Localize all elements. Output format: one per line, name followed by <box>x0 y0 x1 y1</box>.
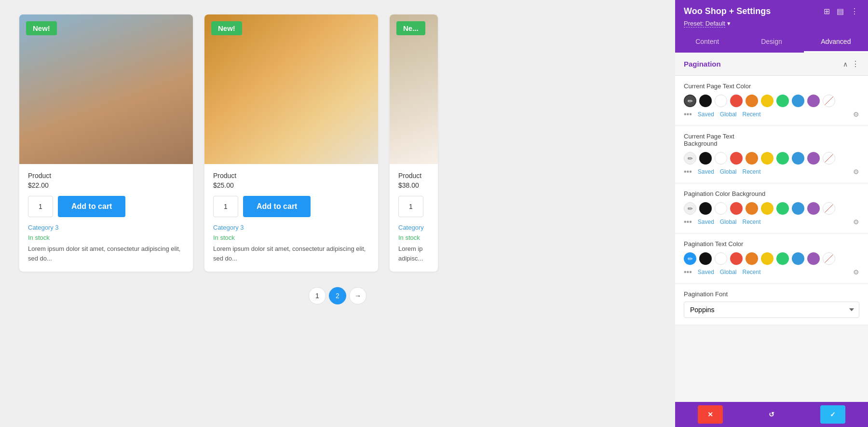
eyedropper-swatch-1[interactable]: ✏ <box>684 152 696 165</box>
product-price-2: $25.00 <box>213 181 369 189</box>
category-link-2[interactable]: Category 3 <box>213 224 369 231</box>
gear-icon-0[interactable]: ⚙ <box>853 110 859 118</box>
swatch-purple-1[interactable] <box>807 152 820 165</box>
saved-link-3[interactable]: Saved <box>698 269 714 275</box>
color-field-current-page-text-bg: Current Page TextBackground ✏ ••• Saved … <box>675 126 868 183</box>
swatch-green-2[interactable] <box>776 202 789 215</box>
swatch-none-3[interactable] <box>823 252 835 265</box>
color-dots-2[interactable]: ••• <box>684 218 692 226</box>
recent-link-2[interactable]: Recent <box>743 219 761 225</box>
panel-icon-screen[interactable]: ⊞ <box>823 6 831 17</box>
tab-advanced[interactable]: Advanced <box>804 32 868 53</box>
swatch-white-3[interactable] <box>715 252 727 265</box>
swatch-blue-3[interactable] <box>792 252 804 265</box>
swatch-black-3[interactable] <box>699 252 712 265</box>
swatch-white-2[interactable] <box>715 202 727 215</box>
toolbar-reset-btn[interactable]: ↺ <box>759 405 784 424</box>
description-2: Lorem ipsum dolor sit amet, consectetur … <box>213 244 369 263</box>
swatch-blue-0[interactable] <box>792 95 804 107</box>
color-field-current-page-text-color: Current Page Text Color ✏ ••• Saved Glob… <box>675 76 868 126</box>
recent-link-0[interactable]: Recent <box>743 111 761 118</box>
global-link-1[interactable]: Global <box>720 168 737 175</box>
panel-icon-more[interactable]: ⋮ <box>850 6 859 17</box>
swatch-green-1[interactable] <box>776 152 789 165</box>
toolbar-save-btn[interactable]: ✓ <box>820 405 845 424</box>
card-image-1: New! <box>19 14 193 164</box>
swatch-red-1[interactable] <box>730 152 743 165</box>
gear-icon-1[interactable]: ⚙ <box>853 168 859 176</box>
swatch-none-1[interactable] <box>823 152 835 165</box>
swatch-yellow-2[interactable] <box>761 202 773 215</box>
add-to-cart-btn-2[interactable]: Add to cart <box>243 196 311 217</box>
recent-link-1[interactable]: Recent <box>743 168 761 175</box>
panel-title-row: Woo Shop + Settings ⊞ ▤ ⋮ <box>684 6 859 17</box>
font-field-pagination: Pagination Font Poppins Roboto Open Sans… <box>675 284 868 325</box>
swatch-orange-2[interactable] <box>746 202 758 215</box>
tab-design[interactable]: Design <box>739 32 803 53</box>
eyedropper-swatch-3[interactable]: ✏ <box>684 252 696 265</box>
swatch-purple-0[interactable] <box>807 95 820 107</box>
swatch-white-1[interactable] <box>715 152 727 165</box>
swatch-red-3[interactable] <box>730 252 743 265</box>
eyedropper-swatch-2[interactable]: ✏ <box>684 202 696 215</box>
preset-row[interactable]: Preset: Default ▾ <box>684 20 859 27</box>
global-link-2[interactable]: Global <box>720 219 737 225</box>
color-actions-0: ••• Saved Global Recent ⚙ <box>684 107 859 124</box>
swatch-yellow-0[interactable] <box>761 95 773 107</box>
swatch-orange-1[interactable] <box>746 152 758 165</box>
swatch-red-2[interactable] <box>730 202 743 215</box>
page-next-arrow[interactable]: → <box>349 287 366 304</box>
section-more-icon[interactable]: ⋮ <box>852 59 859 69</box>
saved-link-0[interactable]: Saved <box>698 111 714 118</box>
card-image-2: New! <box>204 14 378 164</box>
page-1[interactable]: 1 <box>309 287 326 304</box>
color-dots-1[interactable]: ••• <box>684 167 692 176</box>
global-link-0[interactable]: Global <box>720 111 737 118</box>
global-link-3[interactable]: Global <box>720 269 737 275</box>
section-collapse-icon[interactable]: ∧ <box>843 60 848 68</box>
saved-link-2[interactable]: Saved <box>698 219 714 225</box>
toolbar-cancel-btn[interactable]: ✕ <box>698 405 723 424</box>
swatch-yellow-1[interactable] <box>761 152 773 165</box>
swatches-row-3: ✏ <box>684 252 859 265</box>
product-label-1: Product <box>28 172 184 179</box>
color-dots-3[interactable]: ••• <box>684 268 692 276</box>
qty-input-2[interactable] <box>213 196 238 217</box>
panel-icon-columns[interactable]: ▤ <box>836 6 845 17</box>
badge-2: New! <box>211 21 242 35</box>
swatch-orange-3[interactable] <box>746 252 758 265</box>
category-link-1[interactable]: Category 3 <box>28 224 184 231</box>
recent-link-3[interactable]: Recent <box>743 269 761 275</box>
swatch-red-0[interactable] <box>730 95 743 107</box>
swatch-white-0[interactable] <box>715 95 727 107</box>
swatch-black-2[interactable] <box>699 202 712 215</box>
color-dots-0[interactable]: ••• <box>684 110 692 119</box>
font-select-pagination[interactable]: Poppins Roboto Open Sans Lato <box>684 302 859 318</box>
category-link-3[interactable]: Category <box>398 224 429 231</box>
tab-content[interactable]: Content <box>675 32 739 53</box>
page-2[interactable]: 2 <box>329 287 346 304</box>
swatch-black-0[interactable] <box>699 95 712 107</box>
product-price-1: $22.00 <box>28 181 184 189</box>
swatch-blue-2[interactable] <box>792 202 804 215</box>
swatch-purple-3[interactable] <box>807 252 820 265</box>
swatch-orange-0[interactable] <box>746 95 758 107</box>
swatch-black-1[interactable] <box>699 152 712 165</box>
qty-input-1[interactable] <box>28 196 53 217</box>
swatch-none-0[interactable] <box>823 95 835 107</box>
add-to-cart-btn-1[interactable]: Add to cart <box>58 196 125 217</box>
qty-input-3[interactable] <box>398 196 423 217</box>
swatch-green-0[interactable] <box>776 95 789 107</box>
pagination-row: 1 2 → <box>19 287 656 304</box>
swatch-blue-1[interactable] <box>792 152 804 165</box>
saved-link-1[interactable]: Saved <box>698 168 714 175</box>
gear-icon-2[interactable]: ⚙ <box>853 218 859 226</box>
swatch-green-3[interactable] <box>776 252 789 265</box>
swatch-yellow-3[interactable] <box>761 252 773 265</box>
eyedropper-swatch-0[interactable]: ✏ <box>684 95 696 107</box>
stock-status-3: In stock <box>398 234 429 241</box>
swatch-purple-2[interactable] <box>807 202 820 215</box>
swatch-none-2[interactable] <box>823 202 835 215</box>
gear-icon-3[interactable]: ⚙ <box>853 268 859 276</box>
add-to-cart-row-3 <box>398 196 429 217</box>
